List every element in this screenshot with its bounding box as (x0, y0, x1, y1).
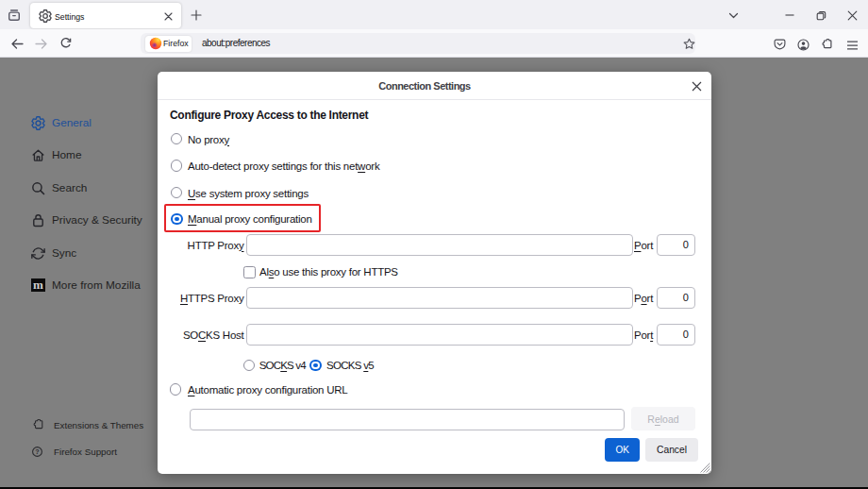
svg-text:?: ? (35, 447, 39, 456)
